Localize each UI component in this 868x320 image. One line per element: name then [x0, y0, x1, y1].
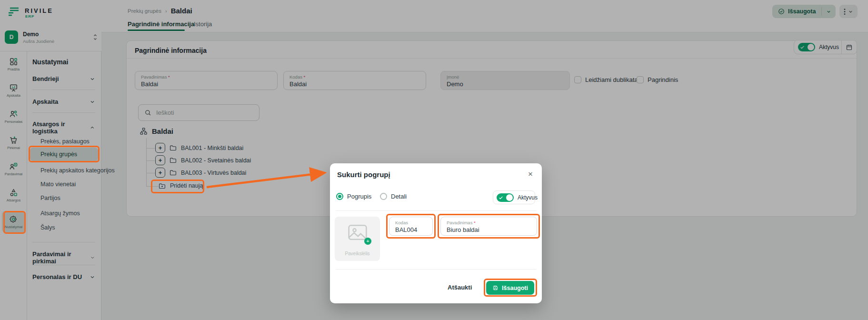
create-subgroup-modal: Sukurti pogrupį × Pogrupis Detali Aktyvu…	[330, 163, 542, 303]
field-label: Pavadinimas	[447, 220, 472, 225]
active-toggle[interactable]	[497, 193, 514, 202]
save-button-label: Išsaugoti	[502, 285, 528, 291]
image-placeholder-label: Paveikslėlis	[335, 251, 380, 256]
radio-detali[interactable]: Detali	[380, 193, 407, 200]
modal-divider	[336, 210, 536, 211]
modal-active-toggle-group: Aktyvus	[493, 190, 535, 204]
required-mark: *	[474, 220, 476, 225]
radio-unselected	[380, 193, 387, 200]
save-icon	[492, 285, 499, 291]
field-label: Kodas	[395, 220, 427, 225]
modal-footer-divider	[336, 269, 536, 270]
image-upload-placeholder[interactable]: + Paveikslėlis	[335, 217, 380, 261]
field-value: Biuro baldai	[447, 226, 531, 233]
toggle-knob	[506, 194, 513, 201]
app-window: RIVILE ERP D Demo Aušra Juodienė Pradžia…	[0, 0, 868, 320]
add-image-badge-icon: +	[364, 238, 371, 245]
save-button[interactable]: Išsaugoti	[486, 281, 534, 295]
check-icon	[499, 195, 503, 200]
active-toggle-label: Aktyvus	[518, 194, 538, 201]
modal-title: Sukurti pogrupį	[337, 170, 390, 179]
cancel-button[interactable]: Atšaukti	[448, 284, 472, 291]
radio-label: Pogrupis	[347, 193, 371, 200]
radio-selected	[336, 193, 343, 200]
radio-pogrupis[interactable]: Pogrupis	[336, 193, 371, 200]
modal-kodas-field[interactable]: Kodas BAL004	[389, 217, 433, 236]
field-value: BAL004	[395, 226, 427, 233]
close-icon[interactable]: ×	[528, 170, 533, 178]
radio-label: Detali	[391, 193, 407, 200]
modal-pavadinimas-field[interactable]: Pavadinimas * Biuro baldai	[440, 217, 537, 236]
